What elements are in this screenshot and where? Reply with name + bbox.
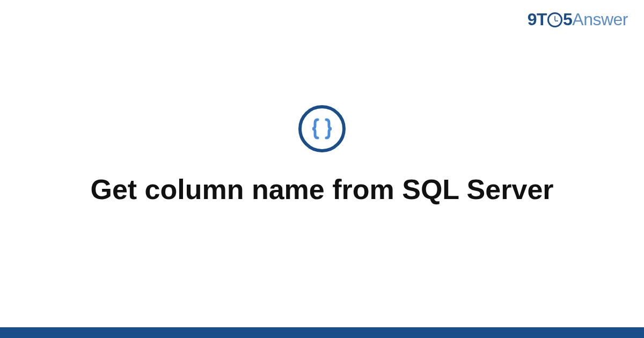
code-braces-svg bbox=[309, 115, 335, 142]
main-content: Get column name from SQL Server bbox=[0, 0, 644, 327]
page-title: Get column name from SQL Server bbox=[69, 173, 575, 206]
footer-bar bbox=[0, 327, 644, 338]
braces-icon bbox=[298, 105, 346, 152]
